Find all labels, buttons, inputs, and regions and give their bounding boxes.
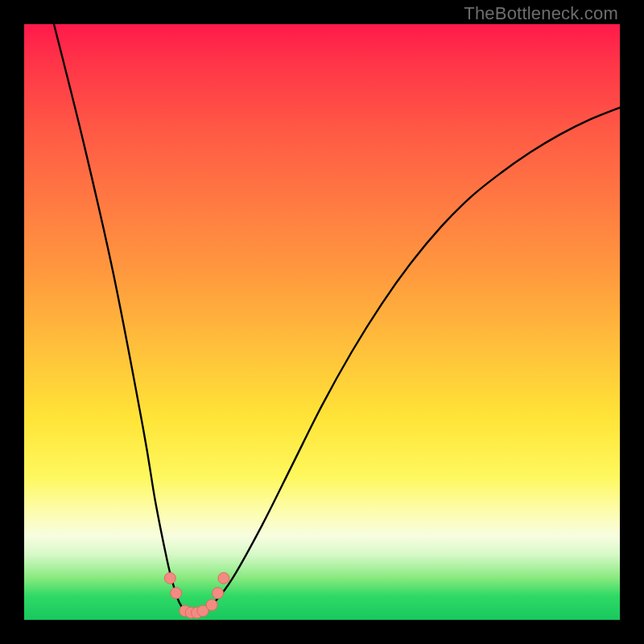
data-point [218,572,229,584]
data-point [206,600,217,611]
curve-svg [24,24,620,620]
data-point [164,572,175,584]
chart-frame: TheBottleneck.com [0,0,644,644]
data-markers [164,572,229,618]
bottleneck-curve [54,24,620,614]
plot-area [24,24,620,620]
data-point [213,588,224,599]
data-point [171,588,182,599]
watermark-text: TheBottleneck.com [464,3,618,24]
